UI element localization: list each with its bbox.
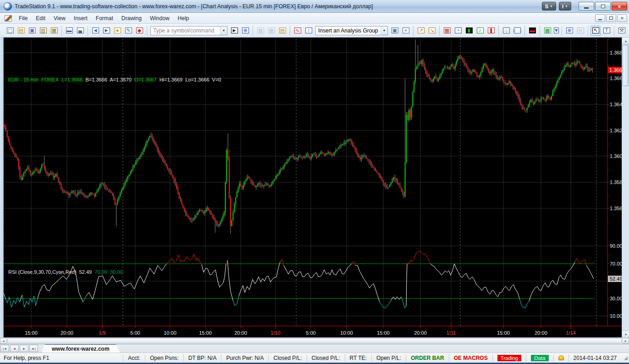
glyph: ▩ xyxy=(545,28,550,33)
scroll-down-icon[interactable]: ▼ xyxy=(622,331,629,337)
pointer-button[interactable]: ↖ xyxy=(590,26,601,36)
analysis-group-select[interactable]: Insert an Analysis Group▼ xyxy=(315,26,388,35)
go-button[interactable]: ► xyxy=(229,26,239,36)
horizontal-scrollbar[interactable]: ◄ ► xyxy=(0,337,629,344)
chart-window-icon[interactable] xyxy=(5,15,12,22)
radarscreen-button[interactable]: ▦ xyxy=(255,26,265,36)
symbol-lookup-button[interactable]: ⊕ xyxy=(240,26,250,36)
page-setup-button[interactable]: ▬ xyxy=(64,26,74,36)
mdi-close-button[interactable]: ✕ xyxy=(617,14,627,22)
menu-item-window[interactable]: Window xyxy=(146,14,174,23)
price-chart-canvas[interactable]: 1.36801.36601.36401.36201.36001.35801.35… xyxy=(4,38,622,337)
status-badge-data[interactable]: Data xyxy=(531,355,548,361)
window-add-button[interactable]: + xyxy=(401,26,411,36)
sort-updown-button[interactable]: ↕ xyxy=(303,26,314,36)
time-axis-date-label: 1/9 xyxy=(99,330,105,336)
rsi-label-span: 52.49 xyxy=(77,269,92,275)
object-palette-button[interactable]: ◆ xyxy=(134,26,144,36)
window-tile-button[interactable]: ▣ xyxy=(390,26,400,36)
time-history-button[interactable]: ◔ xyxy=(453,26,463,36)
bell-icon xyxy=(558,355,564,360)
minimize-button[interactable] xyxy=(579,2,594,11)
restore-button[interactable] xyxy=(595,2,611,11)
save-button[interactable]: ▥ xyxy=(38,26,48,36)
close-button[interactable]: × xyxy=(612,2,627,11)
candle-style-button[interactable]: ❚ xyxy=(486,26,496,36)
strategy-chart-button[interactable]: ∿ xyxy=(292,26,303,36)
drawing-tools-button[interactable]: ⚒ xyxy=(617,26,627,36)
tab-prev-button[interactable]: ◄ xyxy=(10,345,19,352)
resize-grip-icon[interactable]: ◢ xyxy=(621,355,629,360)
status-badge-trading[interactable]: Trading xyxy=(497,355,522,361)
chart-type-button[interactable]: ▩ xyxy=(542,26,552,36)
menu-item-file[interactable]: File xyxy=(15,14,32,23)
chevron-down-icon[interactable]: ▼ xyxy=(220,27,227,35)
scroll-right-icon[interactable]: ► xyxy=(622,338,629,344)
session-calendar-button[interactable]: ▦ xyxy=(442,26,452,36)
chevron-down-icon[interactable]: ▼ xyxy=(381,27,387,35)
matrix-button[interactable]: ▦ xyxy=(266,26,276,36)
intraday-chart-button[interactable]: ▮ xyxy=(464,26,474,36)
zoom-in-button[interactable]: ⊕ xyxy=(564,26,574,36)
title-bar[interactable]: TradeStation 9.1 - www.trading-software-… xyxy=(0,0,629,13)
glyph: ⊕ xyxy=(567,28,571,33)
glyph: ↖ xyxy=(593,28,597,33)
time-axis-date-label: 1/11 xyxy=(447,330,456,336)
lock-button[interactable]: ● xyxy=(112,26,122,36)
print-button[interactable]: ▄ xyxy=(75,26,85,36)
menu-item-insert[interactable]: Insert xyxy=(70,14,92,23)
glyph: ⊕ xyxy=(243,28,247,33)
toolbar-separator xyxy=(540,26,540,36)
price-axis-label: 1.3680 xyxy=(610,50,622,55)
scroll-up-icon[interactable]: ▲ xyxy=(622,38,629,44)
menu-item-view[interactable]: View xyxy=(50,14,70,23)
glyph: ▄ xyxy=(78,28,82,33)
tab-next-button[interactable]: ► xyxy=(20,345,28,352)
back-window-button[interactable]: ◄ xyxy=(90,26,100,36)
menu-item-drawing[interactable]: Drawing xyxy=(117,14,146,23)
alert-bell-icon[interactable] xyxy=(553,354,568,362)
tab-first-button[interactable]: |◄ xyxy=(0,345,9,352)
status-segment: 2014-01-14 03:27 xyxy=(568,354,622,362)
mdi-restore-button[interactable] xyxy=(606,14,616,22)
menu-item-edit[interactable]: Edit xyxy=(32,14,50,23)
vertical-scroll-thumb[interactable] xyxy=(623,45,629,86)
app-logo-icon xyxy=(4,2,12,11)
tab-last-button[interactable]: ►| xyxy=(29,345,38,352)
time-axis-label: 15:00 xyxy=(25,330,38,336)
shortcuts-s-button[interactable]: S ▼ xyxy=(542,2,556,11)
chart-type-dropdown[interactable]: ▼ xyxy=(553,26,559,36)
open-workspace-button[interactable]: ▦ xyxy=(49,26,59,36)
glyph: + xyxy=(404,28,407,33)
indicators-i-button[interactable]: I ▼ xyxy=(559,2,571,11)
quote-board-button[interactable]: ▤ xyxy=(277,26,287,36)
glyph: ▢ xyxy=(8,28,12,33)
long-short-bars-button[interactable]: ▬ xyxy=(527,26,537,36)
compress-bars-button[interactable]: →|← xyxy=(501,26,511,36)
open-button[interactable]: ▤ xyxy=(16,26,26,36)
chart-status-span: O=1.3667 xyxy=(132,77,157,82)
format-tools-button[interactable]: ✎ xyxy=(123,26,133,36)
horizontal-scroll-thumb[interactable] xyxy=(7,338,622,343)
zoom-out-button[interactable]: ⊖ xyxy=(575,26,585,36)
chart-text-button[interactable]: T xyxy=(601,26,612,36)
symbol-command-input[interactable]: Type a symbol/command▼ xyxy=(150,26,227,35)
menu-item-format[interactable]: Format xyxy=(92,14,117,23)
status-segment: Closed P/L: xyxy=(307,354,345,362)
mdi-minimize-button[interactable] xyxy=(595,14,605,22)
copy-window-button[interactable]: ▣ xyxy=(27,26,37,36)
forward-window-button[interactable]: ► xyxy=(101,26,111,36)
chart-analysis-window[interactable]: 1.36801.36601.36401.36201.36001.35801.35… xyxy=(0,38,629,337)
send-chart-button[interactable]: ↗ xyxy=(416,26,426,36)
vertical-scrollbar[interactable]: ▲ ▼ xyxy=(622,38,629,337)
status-segment: Trading xyxy=(492,354,526,362)
time-axis-date-label: 1/14 xyxy=(566,330,575,336)
receive-chart-button[interactable]: ↘ xyxy=(427,26,437,36)
workspace-tab-active[interactable]: www.forex-warez.com xyxy=(41,344,120,353)
scroll-left-icon[interactable]: ◄ xyxy=(0,338,7,344)
new-chart-button[interactable]: ▢ xyxy=(5,26,15,36)
expand-bars-button[interactable]: |←→| xyxy=(512,26,522,36)
menu-item-help[interactable]: Help xyxy=(174,14,193,23)
time-axis-date-label: 1/10 xyxy=(270,330,280,336)
volume-bars-button[interactable]: ♪ xyxy=(475,26,485,36)
